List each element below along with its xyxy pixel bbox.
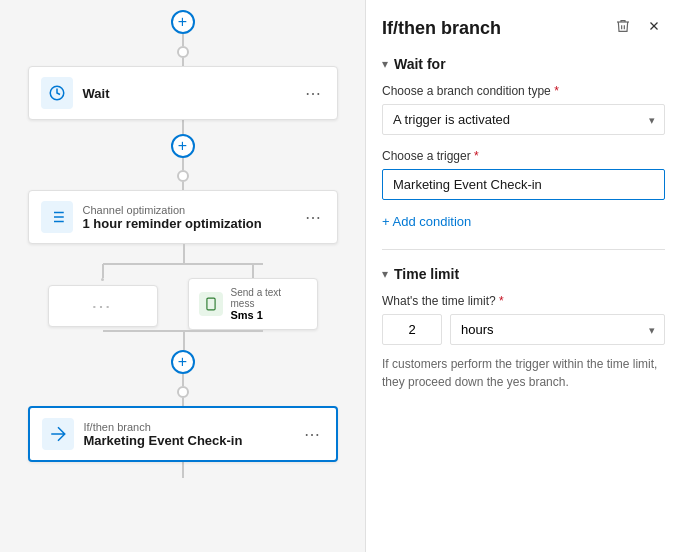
empty-branch-node[interactable]: ⋯ [48,285,158,327]
time-limit-chevron: ▾ [382,267,388,281]
time-limit-row: minutes hours days ▾ [382,314,665,345]
delete-button[interactable] [611,16,635,40]
channel-opt-subtitle: Channel optimization [83,204,301,216]
branch-condition-select[interactable]: A trigger is activated A condition is me… [382,104,665,135]
wait-for-section-header[interactable]: ▾ Wait for [382,56,665,72]
workflow-canvas: + Wait ⋯ + [0,0,365,552]
properties-panel: If/then branch ▾ Wait for [365,0,681,552]
add-condition-label: + Add condition [382,214,471,229]
panel-actions [611,16,665,40]
branch-right: Send a text mess Sms 1 [188,264,318,330]
add-step-2[interactable]: + [171,134,195,158]
ifthen-icon [42,418,74,450]
branch-left: ⋯ [48,264,158,330]
time-value-input[interactable] [382,314,442,345]
branch-condition-label: Choose a branch condition type * [382,84,665,98]
wait-node-more[interactable]: ⋯ [301,80,325,107]
connector [182,58,184,66]
svg-rect-1 [206,298,214,310]
send-text-title: Sms 1 [231,309,307,321]
wait-node[interactable]: Wait ⋯ [28,66,338,120]
trigger-input[interactable] [382,169,665,200]
branch-children: ⋯ Send a text mess Sms 1 [28,264,338,330]
time-unit-select[interactable]: minutes hours days [450,314,665,345]
trigger-field: Choose a trigger * [382,149,665,214]
connector [182,120,184,134]
time-limit-label: What's the time limit? * [382,294,665,308]
connector [182,374,184,386]
ifthen-title: Marketing Event Check-in [84,433,300,448]
ifthen-node[interactable]: If/then branch Marketing Event Check-in … [28,406,338,462]
time-limit-help: If customers perform the trigger within … [382,355,665,391]
circle-connector-2 [177,170,189,182]
circle-connector-3 [177,386,189,398]
connector [182,182,184,190]
branch-condition-wrapper: A trigger is activated A condition is me… [382,104,665,135]
clock-icon [41,77,73,109]
panel-header: If/then branch [382,16,665,40]
time-limit-title: Time limit [394,266,459,282]
connector [182,398,184,406]
circle-connector [177,46,189,58]
ifthen-subtitle: If/then branch [84,421,300,433]
branch-condition-field: Choose a branch condition type * A trigg… [382,84,665,135]
branch-connector [28,244,338,264]
time-required: * [499,294,504,308]
wait-for-title: Wait for [394,56,446,72]
panel-title: If/then branch [382,18,501,39]
connector [182,158,184,170]
section-divider [382,249,665,250]
time-limit-field: What's the time limit? * minutes hours d… [382,294,665,391]
close-button[interactable] [643,16,665,40]
time-limit-section-header[interactable]: ▾ Time limit [382,266,665,282]
merge-connector [28,330,338,350]
add-branch-icon[interactable]: ⋯ [91,294,111,318]
send-text-label: Send a text mess [231,287,307,309]
channel-opt-title: 1 hour reminder optimization [83,216,301,231]
send-text-node[interactable]: Send a text mess Sms 1 [188,278,318,330]
channel-opt-more[interactable]: ⋯ [301,204,325,231]
add-condition-button[interactable]: + Add condition [382,214,471,229]
required-star: * [554,84,559,98]
trigger-required: * [474,149,479,163]
wait-node-title: Wait [83,86,301,101]
connector [182,462,184,478]
add-step-top[interactable]: + [171,10,195,34]
channel-opt-node[interactable]: Channel optimization 1 hour reminder opt… [28,190,338,244]
phone-icon [199,292,223,316]
trigger-label: Choose a trigger * [382,149,665,163]
time-unit-wrapper: minutes hours days ▾ [450,314,665,345]
connector [182,34,184,46]
ifthen-more[interactable]: ⋯ [300,421,324,448]
add-step-3[interactable]: + [171,350,195,374]
channel-opt-icon [41,201,73,233]
wait-for-chevron: ▾ [382,57,388,71]
